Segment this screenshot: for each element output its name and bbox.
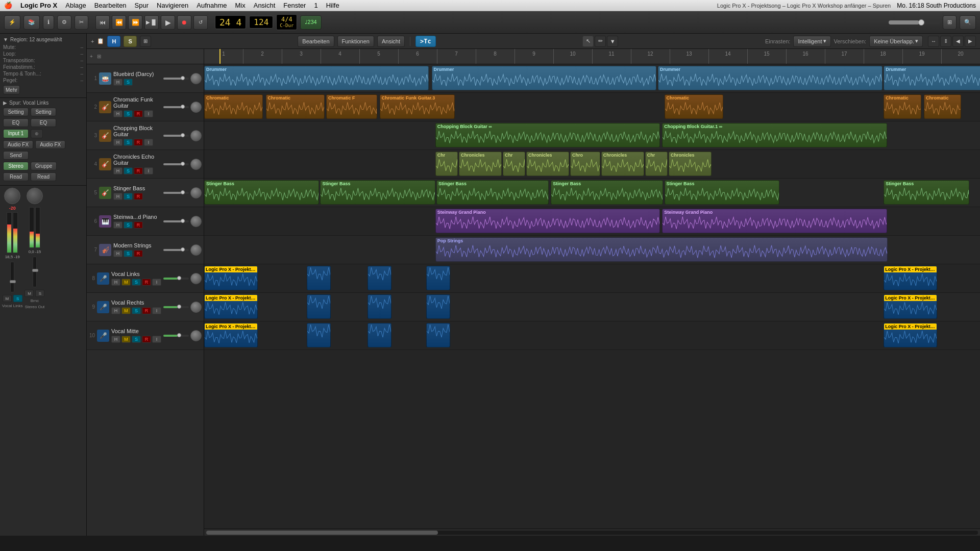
clip-2-5[interactable]: Chromatic bbox=[665, 94, 723, 119]
library-btn[interactable]: 📚 bbox=[23, 15, 40, 30]
tc-i-4[interactable]: I bbox=[144, 167, 153, 174]
audio-fx-btn-left[interactable]: Audio FX bbox=[3, 140, 33, 149]
clip-4-8[interactable]: Chronicles bbox=[669, 152, 712, 176]
vol-knob-7[interactable] bbox=[190, 244, 202, 256]
apple-menu[interactable]: 🍎 bbox=[4, 2, 12, 9]
tc-i-2[interactable]: I bbox=[144, 110, 153, 117]
clip-8-2[interactable] bbox=[307, 266, 331, 290]
send-btn[interactable]: Send bbox=[3, 151, 29, 160]
record-btn[interactable]: ⏺ bbox=[177, 15, 191, 30]
setting-btn-right[interactable]: Setting bbox=[31, 108, 56, 116]
vol-thumb-8[interactable] bbox=[177, 276, 181, 280]
cycle-btn[interactable]: ↺ bbox=[193, 15, 208, 30]
clip-9-1[interactable]: Logic Pro X - Projektso bbox=[204, 294, 258, 319]
tc-btn[interactable]: >Tc bbox=[415, 36, 436, 47]
tc-s-7[interactable]: S bbox=[124, 250, 133, 257]
mehr-btn[interactable]: Mehr bbox=[3, 85, 20, 94]
settings-icon-btn[interactable]: ⊞ bbox=[140, 36, 151, 47]
clip-1-4[interactable]: Drummer bbox=[884, 66, 980, 90]
clip-2-3[interactable]: Chromatic F bbox=[326, 94, 377, 119]
zoom-out[interactable]: ◀ bbox=[952, 36, 964, 47]
clip-3-2[interactable]: Chopping Block Guitar.1 ∞ bbox=[662, 123, 887, 147]
mute-btn-2[interactable]: M bbox=[24, 290, 34, 297]
ansicht-btn[interactable]: Ansicht bbox=[377, 36, 405, 47]
tc-h-2[interactable]: H bbox=[113, 110, 122, 117]
clip-2-1[interactable]: Chromatic bbox=[204, 94, 263, 119]
tools-btn[interactable]: ⚙ bbox=[57, 15, 71, 30]
clip-4-3[interactable]: Chr bbox=[503, 152, 525, 176]
vol-thumb-3[interactable] bbox=[181, 133, 185, 137]
stereo-btn[interactable]: Stereo bbox=[3, 162, 29, 170]
tc-h-6[interactable]: H bbox=[113, 221, 122, 229]
tc-s-4[interactable]: S bbox=[124, 167, 133, 174]
eq-btn-left[interactable]: EQ bbox=[3, 118, 29, 127]
vol-thumb-7[interactable] bbox=[181, 247, 185, 252]
clip-9-5[interactable]: Logic Pro X - Projektso bbox=[884, 294, 937, 319]
clip-10-2[interactable] bbox=[307, 323, 331, 347]
tc-i-10[interactable]: I bbox=[152, 336, 161, 343]
vol-thumb-9[interactable] bbox=[177, 305, 181, 309]
vol-thumb-4[interactable] bbox=[181, 162, 185, 166]
tc-r-10[interactable]: R bbox=[142, 336, 151, 343]
clip-3-1[interactable]: Chopping Block Guitar ∞ bbox=[435, 123, 660, 147]
menu-ablage[interactable]: Ablage bbox=[65, 2, 86, 9]
tc-s-1[interactable]: S bbox=[124, 79, 133, 86]
clip-8-3[interactable] bbox=[368, 266, 391, 290]
verschieben-select[interactable]: Keine Überlapp. ▾ bbox=[869, 36, 923, 47]
rewind-btn[interactable]: ⏮ bbox=[95, 15, 110, 30]
tc-i-3[interactable]: I bbox=[144, 139, 153, 146]
tc-s-9[interactable]: S bbox=[132, 307, 141, 314]
clip-5-2[interactable]: Stinger Bass bbox=[320, 180, 435, 205]
tc-r-7[interactable]: R bbox=[134, 250, 143, 257]
menu-fenster[interactable]: Fenster bbox=[283, 2, 306, 9]
tc-s-3[interactable]: S bbox=[124, 139, 133, 146]
vol-thumb-1[interactable] bbox=[181, 76, 185, 80]
clip-5-6[interactable]: Stinger Bass bbox=[884, 180, 969, 205]
setting-btn-left[interactable]: Setting bbox=[3, 108, 29, 116]
gruppe-btn-left[interactable]: Gruppe bbox=[31, 162, 57, 170]
zoom-right[interactable]: ▶ bbox=[965, 36, 976, 47]
audio-fx-btn-right[interactable]: Audio FX bbox=[35, 140, 65, 149]
smart-controls-btn[interactable]: ⚡ bbox=[4, 15, 20, 30]
track-options-icon[interactable]: ⊞ bbox=[97, 54, 101, 59]
tc-r-5[interactable]: R bbox=[134, 193, 143, 200]
vol-thumb-5[interactable] bbox=[181, 190, 185, 194]
tc-s-2[interactable]: S bbox=[124, 110, 133, 117]
clip-10-4[interactable] bbox=[426, 323, 450, 347]
tc-s-6[interactable]: S bbox=[124, 221, 133, 229]
add-track-btn[interactable]: + bbox=[91, 38, 94, 44]
input-btn[interactable]: Input 1 bbox=[3, 129, 29, 138]
scrollbar-track[interactable] bbox=[206, 531, 978, 535]
vol-knob-3[interactable] bbox=[190, 130, 202, 141]
zoom-btn[interactable]: 🔍 bbox=[960, 15, 976, 30]
tc-r-6[interactable]: R bbox=[134, 221, 143, 229]
fast-rewind-btn[interactable]: ⏪ bbox=[112, 15, 126, 30]
menu-aufnahme[interactable]: Aufnahme bbox=[197, 2, 227, 9]
tc-h-9[interactable]: H bbox=[111, 307, 120, 314]
clip-8-5[interactable]: Logic Pro X - Projektso bbox=[884, 266, 937, 290]
tc-i-8[interactable]: I bbox=[152, 279, 161, 286]
vol-knob-2[interactable] bbox=[190, 102, 202, 113]
tc-h-3[interactable]: H bbox=[113, 139, 122, 146]
menu-mix[interactable]: Mix bbox=[235, 2, 246, 9]
menu-spur[interactable]: Spur bbox=[135, 2, 149, 9]
cursor-tool[interactable]: ↖ bbox=[582, 36, 594, 47]
clip-4-4[interactable]: Chronicles bbox=[526, 152, 569, 176]
clip-1-1[interactable]: Drummer bbox=[204, 66, 429, 90]
scissors-btn[interactable]: ✂ bbox=[75, 15, 88, 30]
tc-i-9[interactable]: I bbox=[152, 307, 161, 314]
solo-btn-1[interactable]: S bbox=[13, 295, 22, 302]
tc-r-9[interactable]: R bbox=[142, 307, 151, 314]
clip-9-4[interactable] bbox=[426, 294, 450, 319]
clip-4-2[interactable]: Chronicles bbox=[459, 152, 502, 176]
vol-knob-4[interactable] bbox=[190, 159, 202, 170]
read-btn-right[interactable]: Read bbox=[31, 172, 56, 181]
tc-m-8[interactable]: M bbox=[121, 279, 131, 286]
clip-4-1[interactable]: Chr bbox=[435, 152, 458, 176]
vol-knob-5[interactable] bbox=[190, 187, 202, 198]
clip-5-5[interactable]: Stinger Bass bbox=[665, 180, 779, 205]
clip-4-7[interactable]: Chr bbox=[645, 152, 668, 176]
pan-knob-2[interactable] bbox=[27, 188, 43, 204]
info-btn[interactable]: ℹ bbox=[43, 15, 54, 30]
play-btn[interactable]: ▶ bbox=[161, 15, 175, 30]
